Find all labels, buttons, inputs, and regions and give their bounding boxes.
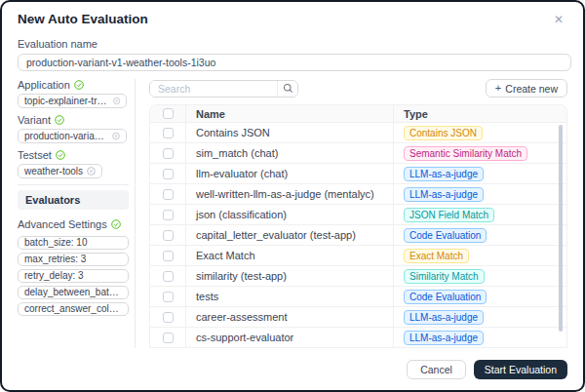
evaluator-type-badge: Exact Match (404, 249, 469, 263)
table-scrollbar[interactable] (559, 125, 563, 332)
row-checkbox[interactable] (163, 189, 174, 200)
evaluator-name: well-written-llm-as-a-judge (mentalyc) (186, 184, 394, 204)
evaluators-table: Name Type Contains JSON Contains JSON (149, 104, 567, 348)
evaluator-name: llm-evaluator (chat) (186, 164, 394, 183)
sidebar-group: Application topic-explainer-tracedss (18, 79, 129, 108)
sidebar-divider (18, 184, 129, 185)
evaluator-type-badge: LLM-as-a-judge (404, 310, 484, 325)
page-title: New Auto Evaluation (18, 12, 148, 26)
tag-close-icon[interactable] (87, 167, 96, 176)
row-checkbox[interactable] (163, 230, 174, 241)
selection-tag[interactable]: weather-tools (18, 164, 102, 178)
start-evaluation-button[interactable]: Start Evaluation (474, 360, 567, 379)
table-row[interactable]: Exact Match Exact Match (150, 246, 566, 266)
evaluator-type-badge: Contains JSON (404, 126, 483, 140)
evaluator-name: Exact Match (186, 246, 394, 265)
modal-header: New Auto Evaluation ✕ (2, 2, 583, 27)
selection-tag[interactable]: production-variant - v1 (18, 129, 127, 143)
sidebar-group: Variant production-variant - v1 (18, 114, 129, 143)
search-icon[interactable] (277, 81, 297, 97)
evaluation-name-label: Evaluation name (18, 38, 567, 50)
row-checkbox[interactable] (163, 292, 174, 302)
row-checkbox[interactable] (163, 210, 174, 220)
tag-close-icon[interactable] (112, 132, 120, 140)
row-checkbox[interactable] (163, 251, 174, 261)
selection-tag-label: weather-tools (24, 166, 83, 176)
table-row[interactable]: sim_match (chat) Semantic Similarity Mat… (150, 143, 566, 164)
sidebar-group-label: Variant (18, 114, 51, 126)
modal-body: Application topic-explainer-tracedss (18, 79, 567, 348)
row-checkbox[interactable] (163, 312, 174, 323)
evaluator-name: Contains JSON (186, 123, 394, 142)
evaluator-type-badge: Code Evaluation (404, 228, 487, 243)
row-checkbox[interactable] (163, 271, 174, 282)
row-checkbox[interactable] (163, 128, 174, 138)
evaluation-name-input[interactable] (18, 54, 571, 71)
evaluator-type-badge: LLM-as-a-judge (404, 187, 484, 202)
sidebar-item-evaluators[interactable]: Evaluators (18, 190, 129, 210)
configuration-sidebar: Application topic-explainer-tracedss (18, 79, 136, 348)
evaluator-type-badge: LLM-as-a-judge (404, 167, 484, 181)
advanced-settings-label: Advanced Settings (18, 218, 107, 230)
table-row[interactable]: similarity (test-app) Similarity Match (150, 266, 566, 287)
evaluator-type-badge: Semantic Similarity Match (404, 146, 527, 161)
column-header-type: Type (394, 105, 566, 122)
evaluator-type-badge: JSON Field Match (404, 208, 494, 222)
advanced-setting-pill: max_retries: 3 (18, 253, 129, 266)
table-row[interactable]: json (classification) JSON Field Match (150, 205, 566, 225)
create-new-button[interactable]: + Create new (486, 79, 567, 98)
sidebar-group-label: Testset (18, 149, 52, 161)
evaluator-picker: + Create new Name Type (136, 79, 567, 348)
toolbar: + Create new (149, 79, 567, 98)
table-header-row: Name Type (150, 105, 566, 123)
check-circle-icon (74, 80, 84, 90)
evaluator-name: capital_letter_evaluator (test-app) (186, 225, 394, 245)
advanced-setting-pill: delay_between_batches: 5 (18, 286, 129, 299)
search-input[interactable] (149, 80, 298, 98)
tag-close-icon[interactable] (113, 97, 120, 105)
row-checkbox[interactable] (163, 148, 174, 159)
advanced-setting-pill: retry_delay: 3 (18, 269, 129, 283)
check-circle-icon (55, 115, 64, 125)
create-new-label: Create new (505, 83, 558, 95)
advanced-setting-pill: correct_answer_column: corre... (18, 302, 129, 316)
cancel-button[interactable]: Cancel (407, 360, 466, 379)
selection-tag-label: topic-explainer-tracedss (24, 96, 109, 106)
table-row[interactable]: llm-evaluator (chat) LLM-as-a-judge (150, 164, 566, 184)
evaluator-name: sim_match (chat) (186, 143, 394, 163)
evaluator-name: career-assessment (186, 307, 394, 327)
evaluator-type-badge: LLM-as-a-judge (404, 331, 484, 345)
close-icon[interactable]: ✕ (552, 12, 566, 27)
modal-footer: Cancel Start Evaluation (407, 360, 567, 379)
sidebar-group: Testset weather-tools (18, 149, 129, 178)
new-auto-evaluation-modal: New Auto Evaluation ✕ Evaluation name Ap… (0, 0, 585, 392)
table-row[interactable]: cs-support-evaluator LLM-as-a-judge (150, 328, 566, 348)
selection-tag[interactable]: topic-explainer-tracedss (18, 94, 127, 108)
advanced-setting-pill: batch_size: 10 (18, 236, 129, 250)
table-row[interactable]: well-written-llm-as-a-judge (mentalyc) L… (150, 184, 566, 205)
evaluator-name: cs-support-evaluator (186, 328, 394, 347)
evaluator-name: similarity (test-app) (186, 266, 394, 286)
sidebar-group-label: Application (18, 79, 70, 91)
table-row[interactable]: tests Code Evaluation (150, 287, 566, 307)
row-checkbox[interactable] (163, 169, 174, 179)
table-row[interactable]: career-assessment LLM-as-a-judge (150, 307, 566, 328)
plus-icon: + (495, 83, 501, 94)
check-circle-icon (111, 219, 121, 229)
evaluator-name: json (classification) (186, 205, 394, 224)
evaluator-name: tests (186, 287, 394, 306)
search-field[interactable] (150, 81, 277, 97)
evaluator-type-badge: Similarity Match (404, 269, 485, 284)
evaluator-type-badge: Code Evaluation (404, 290, 487, 304)
selection-tag-label: production-variant - v1 (24, 131, 108, 141)
table-row[interactable]: Contains JSON Contains JSON (150, 123, 566, 143)
row-checkbox[interactable] (163, 333, 174, 343)
table-row[interactable]: capital_letter_evaluator (test-app) Code… (150, 225, 566, 246)
select-all-checkbox[interactable] (163, 108, 174, 119)
column-header-name: Name (186, 105, 394, 122)
check-circle-icon (56, 150, 65, 160)
